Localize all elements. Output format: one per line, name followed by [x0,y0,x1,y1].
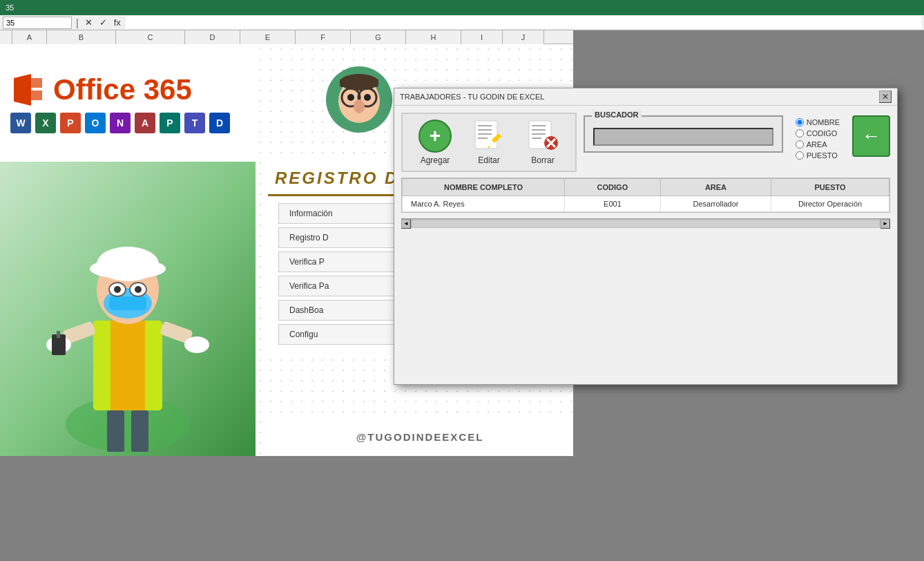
radio-area-input[interactable] [796,140,804,149]
header-corner [0,30,12,44]
table-header: NOMBRE COMPLETO CODIGO AREA PUESTO [403,179,889,196]
editar-button[interactable]: Editar [465,120,513,165]
radio-codigo[interactable]: CODIGO [796,129,840,137]
col-header-i[interactable]: I [461,30,503,44]
action-buttons-box: + Agregar [401,113,577,172]
col-header-e[interactable]: E [240,30,296,44]
th-area: AREA [660,179,771,196]
svg-point-16 [135,286,142,293]
trabajadores-modal: TRABAJADORES - TU GODIN DE EXCEL ✕ + [394,88,898,385]
app-excel: X [35,113,56,133]
th-codigo: CODIGO [565,179,661,196]
fx-icon[interactable]: fx [112,17,123,28]
nav-verifica-p2[interactable]: Verifica Pa [278,276,410,296]
cell-puesto: Director Operación [771,196,889,212]
nav-configuracion[interactable]: Configu [278,324,410,345]
modal-body: + Agregar [394,106,897,235]
editar-svg-icon [472,120,506,153]
svg-rect-34 [340,79,378,87]
editar-icon [472,120,506,153]
radio-puesto[interactable]: PUESTO [796,151,840,160]
excel-formulabar: 35 | ✕ ✓ fx [0,15,924,30]
svg-rect-36 [478,125,492,126]
social-handle: @TUGODINDEEXCEL [356,431,484,443]
scroll-track[interactable] [412,220,879,227]
col-header-f[interactable]: F [296,30,351,44]
column-headers: A B C D E F G H I J [0,30,573,44]
th-nombre: NOMBRE COMPLETO [403,179,565,196]
col-header-j[interactable]: J [503,30,544,44]
borrar-label: Borrar [531,155,554,165]
app-onenote: N [110,113,131,133]
col-header-a[interactable]: A [12,30,47,44]
data-table-container[interactable]: NOMBRE COMPLETO CODIGO AREA PUESTO Marco… [401,178,890,213]
buscador-input[interactable] [593,128,773,146]
borrar-button[interactable]: Borrar [519,120,567,165]
svg-rect-37 [478,129,492,131]
back-button[interactable]: ← [852,115,890,157]
svg-rect-45 [532,133,546,135]
col-header-h[interactable]: H [406,30,461,44]
col-header-d[interactable]: D [185,30,240,44]
nav-registro-d[interactable]: Registro D [278,227,410,248]
svg-point-30 [347,94,354,101]
editar-label: Editar [478,155,499,165]
cell-area: Desarrollador [660,196,771,212]
svg-rect-3 [30,91,42,100]
office-apps-row: W X P O N A P T D [10,113,245,133]
svg-rect-46 [532,137,541,139]
radio-group: NOMBRE CODIGO AREA PUESTO [796,118,840,160]
radio-area[interactable]: AREA [796,140,840,149]
svg-rect-22 [131,410,148,452]
worker-svg [0,162,256,456]
radio-puesto-input[interactable] [796,151,804,160]
table-row[interactable]: Marco A. Reyes E001 Desarrollador Direct… [403,196,889,212]
app-access: A [135,113,155,133]
radio-nombre[interactable]: NOMBRE [796,118,840,126]
app-onedrive: D [209,113,230,133]
table-body: Marco A. Reyes E001 Desarrollador Direct… [403,196,889,212]
cell-codigo: E001 [565,196,661,212]
header-row: NOMBRE COMPLETO CODIGO AREA PUESTO [403,179,889,196]
svg-rect-38 [478,133,492,135]
col-header-c[interactable]: C [116,30,185,44]
svg-rect-7 [110,321,145,410]
svg-point-20 [184,336,209,353]
agregar-label: Agregar [421,155,450,165]
svg-rect-24 [57,331,60,338]
confirm-formula-icon[interactable]: ✓ [97,17,109,28]
borrar-icon [526,120,559,153]
scroll-right-arrow[interactable]: ► [880,219,890,229]
borrar-svg-icon [526,120,559,153]
radio-codigo-input[interactable] [796,129,804,137]
registro-title: REGISTRO DE [275,169,412,188]
svg-rect-2 [30,78,42,88]
worker-image-area [0,162,256,456]
svg-rect-39 [478,137,488,139]
svg-point-10 [97,247,159,281]
modal-close-button[interactable]: ✕ [879,91,892,103]
workers-table: NOMBRE COMPLETO CODIGO AREA PUESTO Marco… [402,178,889,212]
horizontal-scrollbar[interactable]: ◄ ► [401,218,890,228]
excel-background: 35 35 | ✕ ✓ fx A B C D E F G H I J 1 2 3… [0,0,924,561]
excel-titlebar: 35 [0,0,924,15]
nav-verifica-p1[interactable]: Verifica P [278,251,410,272]
modal-toolbar: + Agregar [401,113,890,172]
nav-dashboard[interactable]: DashBoa [278,300,410,321]
social-area: @TUGODINDEEXCEL [268,418,572,456]
app-word: W [10,113,31,133]
col-header-b[interactable]: B [47,30,116,44]
svg-marker-1 [14,74,31,106]
cancel-formula-icon[interactable]: ✕ [83,17,95,28]
agregar-button[interactable]: + Agregar [411,120,459,165]
nav-informacion[interactable]: Información [278,203,410,224]
svg-rect-21 [107,410,124,452]
office-logo-icon [10,73,45,107]
scroll-left-arrow[interactable]: ◄ [401,219,411,229]
svg-point-15 [114,286,121,293]
radio-nombre-input[interactable] [796,118,804,126]
name-box[interactable]: 35 [3,17,72,29]
formula-input[interactable] [126,17,921,29]
svg-point-32 [354,99,365,113]
col-header-g[interactable]: G [351,30,406,44]
